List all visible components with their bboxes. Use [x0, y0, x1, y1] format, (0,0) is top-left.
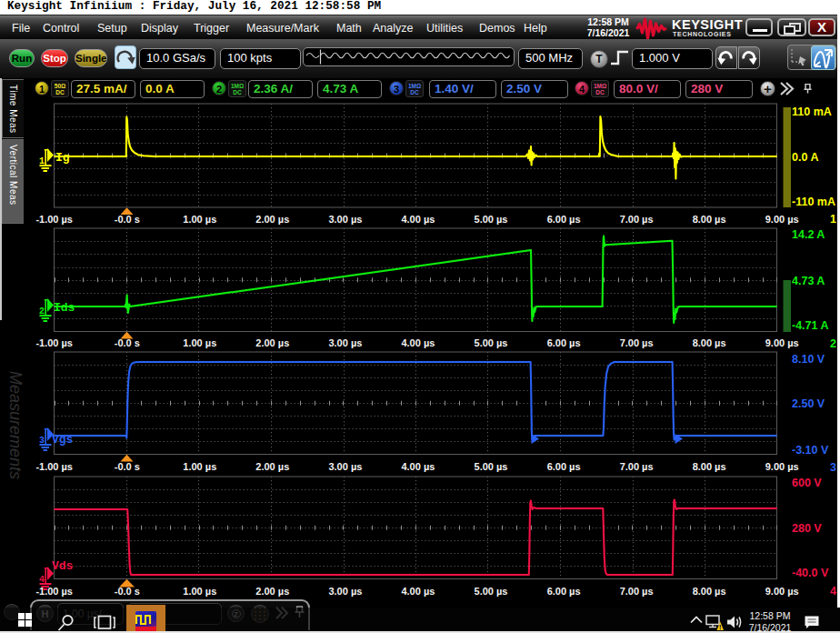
svg-text:8.00 µs: 8.00 µs [693, 214, 726, 225]
svg-text:7.00 µs: 7.00 µs [620, 337, 654, 348]
svg-text:2.50 V: 2.50 V [792, 397, 825, 410]
svg-text:Ig: Ig [55, 151, 70, 165]
svg-text:0.0 A: 0.0 A [792, 151, 818, 164]
svg-text:280 V: 280 V [792, 522, 822, 535]
svg-text:-1.00 µs: -1.00 µs [35, 586, 73, 597]
svg-text:8.00 µs: 8.00 µs [693, 586, 726, 597]
svg-text:2: 2 [39, 306, 45, 316]
svg-text:4: 4 [39, 575, 45, 585]
svg-text:8.00 µs: 8.00 µs [693, 337, 726, 348]
svg-text:1: 1 [830, 213, 836, 226]
svg-text:6.00 µs: 6.00 µs [547, 214, 581, 225]
svg-text:1.00 µs: 1.00 µs [183, 337, 216, 348]
svg-text:9.00 µs: 9.00 µs [765, 461, 799, 472]
svg-text:-0.0 s: -0.0 s [115, 461, 140, 472]
svg-text:1.00 µs: 1.00 µs [183, 461, 216, 472]
svg-text:Vds: Vds [52, 559, 74, 573]
svg-text:1.00 µs: 1.00 µs [183, 586, 216, 597]
svg-text:Ids: Ids [54, 301, 75, 315]
svg-text:-1.00 µs: -1.00 µs [35, 461, 73, 472]
svg-text:3.00 µs: 3.00 µs [328, 461, 362, 472]
svg-text:-1.00 µs: -1.00 µs [35, 214, 73, 225]
svg-text:3.00 µs: 3.00 µs [328, 586, 362, 597]
svg-text:4.00 µs: 4.00 µs [401, 461, 435, 472]
svg-text:600 V: 600 V [792, 477, 822, 489]
svg-text:5.00 µs: 5.00 µs [475, 461, 508, 472]
svg-text:3.00 µs: 3.00 µs [328, 214, 362, 225]
svg-text:4: 4 [830, 585, 836, 598]
svg-text:9.00 µs: 9.00 µs [765, 337, 799, 348]
svg-text:4.00 µs: 4.00 µs [401, 337, 435, 348]
svg-text:7.00 µs: 7.00 µs [620, 461, 654, 472]
svg-text:1: 1 [39, 156, 45, 166]
svg-text:2.00 µs: 2.00 µs [255, 214, 289, 225]
svg-text:4.00 µs: 4.00 µs [401, 214, 435, 225]
svg-text:-0.0 s: -0.0 s [115, 586, 140, 597]
svg-text:9.00 µs: 9.00 µs [765, 586, 799, 597]
svg-text:5.00 µs: 5.00 µs [475, 214, 508, 225]
svg-text:110 mA: 110 mA [792, 106, 832, 118]
svg-text:9.00 µs: 9.00 µs [765, 214, 799, 225]
svg-text:6.00 µs: 6.00 µs [547, 586, 581, 597]
svg-text:-1.00 µs: -1.00 µs [35, 337, 73, 348]
svg-text:6.00 µs: 6.00 µs [547, 337, 581, 348]
svg-text:4.73 A: 4.73 A [792, 275, 825, 287]
svg-text:5.00 µs: 5.00 µs [475, 337, 508, 348]
svg-text:2.00 µs: 2.00 µs [255, 586, 289, 597]
svg-text:2: 2 [830, 337, 836, 350]
svg-text:-40.0 V: -40.0 V [792, 567, 829, 579]
svg-text:5.00 µs: 5.00 µs [475, 586, 508, 597]
svg-text:8.00 µs: 8.00 µs [693, 461, 726, 472]
svg-text:3: 3 [830, 461, 836, 474]
svg-text:2.00 µs: 2.00 µs [255, 337, 289, 348]
svg-text:6.00 µs: 6.00 µs [547, 461, 581, 472]
svg-text:7.00 µs: 7.00 µs [620, 214, 654, 225]
svg-text:3: 3 [39, 436, 45, 446]
svg-text:-4.71 A: -4.71 A [792, 319, 829, 332]
svg-text:4.00 µs: 4.00 µs [401, 586, 435, 597]
svg-text:7.00 µs: 7.00 µs [620, 586, 654, 597]
svg-text:-110 mA: -110 mA [792, 196, 835, 208]
svg-text:14.2 A: 14.2 A [792, 228, 825, 241]
svg-text:2.00 µs: 2.00 µs [255, 461, 289, 472]
svg-text:8.10 V: 8.10 V [792, 353, 825, 366]
svg-text:1.00 µs: 1.00 µs [183, 214, 216, 225]
svg-text:3.00 µs: 3.00 µs [328, 337, 362, 348]
svg-text:-3.10 V: -3.10 V [792, 444, 829, 457]
svg-text:-0.0 s: -0.0 s [115, 214, 140, 225]
svg-text:Vgs: Vgs [52, 433, 74, 447]
svg-text:-0.0 s: -0.0 s [115, 337, 140, 348]
